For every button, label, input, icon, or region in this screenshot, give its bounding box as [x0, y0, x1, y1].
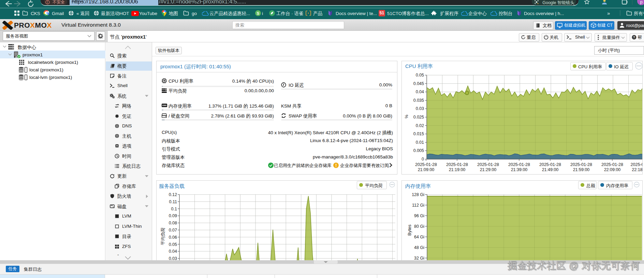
svg-text:21:39:00: 21:39:00 [511, 167, 528, 172]
svg-text:2025-01-28: 2025-01-28 [477, 162, 499, 167]
svg-text:0.05: 0.05 [169, 242, 177, 247]
svg-text:平均负荷: 平均负荷 [160, 227, 165, 245]
svg-text:0.08: 0.08 [169, 221, 177, 225]
svg-text:48 Gi: 48 Gi [414, 245, 424, 250]
svg-text:32 Gi: 32 Gi [414, 256, 424, 260]
svg-text:2025-01-28: 2025-01-28 [539, 162, 561, 167]
svg-text:2025-01-28: 2025-01-28 [508, 162, 530, 167]
svg-text:128 Gi: 128 Gi [412, 192, 424, 197]
svg-text:22:18: 22:18 [632, 167, 642, 172]
svg-text:Bytes: Bytes [407, 224, 412, 236]
svg-text:?: ? [633, 36, 635, 39]
svg-text:0.04: 0.04 [169, 249, 177, 254]
svg-text:0.03: 0.03 [416, 106, 424, 111]
svg-text:96 Gi: 96 Gi [414, 213, 424, 218]
svg-text:0.04: 0.04 [416, 89, 424, 94]
svg-text:0.045: 0.045 [413, 81, 424, 86]
svg-text:0.02: 0.02 [416, 123, 424, 128]
svg-text:0.1: 0.1 [171, 207, 177, 211]
svg-text:0.11: 0.11 [169, 199, 177, 204]
svg-text:0.06: 0.06 [169, 235, 177, 240]
svg-text:21:19:00: 21:19:00 [449, 167, 466, 172]
svg-text:0: 0 [422, 157, 424, 162]
svg-text:22:09:00: 22:09:00 [604, 167, 621, 172]
svg-text:2025-01-28: 2025-01-28 [570, 162, 592, 167]
svg-text:S: S [257, 11, 259, 15]
svg-text:0.03: 0.03 [169, 256, 177, 260]
svg-text:80 Gi: 80 Gi [414, 224, 424, 229]
svg-text:0.01: 0.01 [416, 140, 424, 145]
svg-text:21:29:00: 21:29:00 [480, 167, 497, 172]
svg-text:0.015: 0.015 [413, 131, 424, 136]
svg-text:2025-01-28: 2025-01-28 [415, 162, 437, 167]
svg-text:%: % [404, 115, 409, 119]
svg-text:0.05: 0.05 [416, 73, 424, 78]
svg-text:21:59:00: 21:59:00 [573, 167, 590, 172]
svg-text:64 Gi: 64 Gi [414, 235, 424, 239]
svg-text:2025-01-28: 2025-01-28 [446, 162, 468, 167]
svg-text:0.035: 0.035 [413, 98, 424, 103]
svg-text:0.09: 0.09 [169, 213, 177, 218]
svg-text:21:09:00: 21:09:00 [418, 167, 435, 172]
svg-text:0.025: 0.025 [413, 115, 424, 120]
svg-text:112 Gi: 112 Gi [412, 203, 424, 208]
svg-text:0.005: 0.005 [413, 148, 424, 153]
svg-text:21:49:00: 21:49:00 [542, 167, 559, 172]
svg-text:2025-01-28: 2025-01-28 [601, 162, 623, 167]
svg-text:2025-0: 2025-0 [631, 162, 642, 167]
svg-text:0.07: 0.07 [169, 228, 177, 233]
svg-text:0.12: 0.12 [169, 192, 177, 197]
